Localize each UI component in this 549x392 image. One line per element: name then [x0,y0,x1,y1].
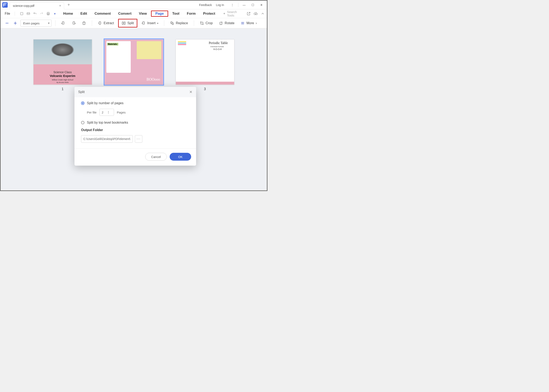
rotate-label: Rotate [225,21,234,25]
rotate-right-button[interactable] [70,20,78,27]
per-file-label: Per file [87,111,97,114]
output-folder-input[interactable] [81,135,133,143]
menu-convert[interactable]: Convert [115,10,135,17]
more-button[interactable]: More › [238,20,259,27]
highlight-page-menu: Page [151,11,168,17]
cloud-upload-icon[interactable] [254,12,258,16]
insert-label: Insert [147,21,156,25]
menu-page[interactable]: Page [152,10,167,17]
svg-rect-8 [99,22,101,24]
insert-button[interactable]: Insert ▾ [139,20,160,27]
thumb2-materials-label: Materials: [107,43,119,45]
bulb-icon: ✦ [223,12,226,15]
radio-split-by-pages[interactable]: Split by number of pages [81,101,190,105]
crop-button[interactable]: Crop [198,20,215,27]
extract-button[interactable]: Extract [96,20,116,27]
split-button[interactable]: Split [120,20,136,27]
workspace: Science Class Volcanic Experim Willow Cr… [1,29,266,190]
ok-button[interactable]: OK [170,153,191,161]
close-tab-icon[interactable]: × [59,4,61,8]
radio-split-by-bookmarks[interactable]: Split by top level bookmarks [81,121,190,125]
menu-tool[interactable]: Tool [169,10,183,17]
svg-rect-11 [143,22,144,24]
qat-dropdown-icon[interactable]: ▾ [53,12,57,15]
open-external-icon[interactable] [247,12,251,16]
undo-icon[interactable] [33,12,37,15]
radio-icon [81,121,84,124]
page-select-value: Even pages [23,21,40,25]
extract-label: Extract [104,21,114,25]
radio-icon [81,102,84,105]
menu-edit[interactable]: Edit [77,10,90,17]
more-label: More [246,21,254,25]
rotate-button[interactable]: Rotate [217,20,236,27]
menu-home[interactable]: Home [60,10,76,17]
browse-folder-button[interactable]: ··· [135,135,142,143]
rotate-left-button[interactable] [59,20,67,27]
collapse-ribbon-icon[interactable] [261,12,265,16]
thumb1-title: Science Class [34,70,92,74]
menu-form[interactable]: Form [184,10,199,17]
page-toolbar: − + Even pages Extract Split Insert ▾ Re… [1,18,267,28]
menu-view[interactable]: View [136,10,150,17]
search-tools[interactable]: ✦ Search Tools [220,10,244,17]
new-tab-button[interactable]: + [67,2,70,7]
spin-down-icon[interactable]: ▾ [108,112,109,114]
minimize-button[interactable]: — [240,2,248,8]
insert-icon [142,21,146,25]
crop-icon [200,21,204,25]
more-icon [241,21,245,25]
page-thumb-3[interactable]: Periodic Table Chemical Formula H-O-O-H … [176,39,234,91]
page-thumbnails: Science Class Volcanic Experim Willow Cr… [1,29,266,91]
page-thumb-1[interactable]: Science Class Volcanic Experim Willow Cr… [33,39,92,91]
thumb1-line2: By Brooke Wells [34,81,92,83]
page-select-dropdown[interactable]: Even pages [21,20,51,27]
dialog-title: Split [78,90,85,94]
app-icon [2,2,8,8]
menu-protect[interactable]: Protect [200,10,219,17]
redo-icon[interactable] [40,12,43,15]
delete-page-button[interactable] [80,20,88,27]
print-icon[interactable] [46,12,50,15]
svg-rect-9 [122,22,123,24]
login-link[interactable]: Log In [216,3,224,7]
radio-pages-label: Split by number of pages [87,101,123,105]
thumb3-sub2: H-O-O-H [214,48,222,50]
thumb2-boo: BOOooo [146,77,160,82]
separator [15,12,15,16]
thumb1-line1: Willow Creek High School [34,79,92,81]
highlight-split-button: Split [118,19,137,28]
kebab-menu-icon[interactable]: ⋮ [228,2,236,8]
zoom-in-button[interactable]: + [12,20,18,27]
rotate-icon [219,21,223,25]
thumb1-subtitle: Volcanic Experim [34,74,92,77]
document-tab[interactable]: science-copy.pdf × [10,2,64,9]
svg-rect-6 [73,22,75,24]
svg-rect-12 [171,22,172,23]
search-tools-placeholder: Search Tools [227,10,241,17]
svg-rect-10 [124,22,125,24]
svg-rect-7 [83,22,85,25]
cancel-button[interactable]: Cancel [145,153,167,161]
per-file-input[interactable] [100,111,108,114]
menu-file[interactable]: File [3,11,12,16]
page-thumb-2[interactable]: Materials: BOOooo [105,39,163,91]
dialog-close-button[interactable]: ✕ [189,90,192,94]
per-file-spinner[interactable]: ▴▾ [100,109,114,116]
quick-access-toolbar: ▾ [20,12,57,15]
radio-bookmarks-label: Split by top level bookmarks [87,121,128,125]
split-label: Split [128,21,134,25]
mail-icon[interactable] [27,12,30,15]
maximize-button[interactable]: ☐ [249,2,257,8]
output-folder-label: Output Folder [81,128,190,132]
feedback-link[interactable]: Feedback [199,3,212,7]
replace-button[interactable]: Replace [168,20,190,27]
menu-comment[interactable]: Comment [91,10,114,17]
save-icon[interactable] [20,12,24,15]
chevron-down-icon: ▾ [157,22,158,24]
pages-suffix: Pages [117,111,126,114]
close-window-button[interactable]: ✕ [257,2,266,8]
zoom-out-button[interactable]: − [4,20,10,27]
separator [238,3,238,7]
replace-label: Replace [176,21,188,25]
